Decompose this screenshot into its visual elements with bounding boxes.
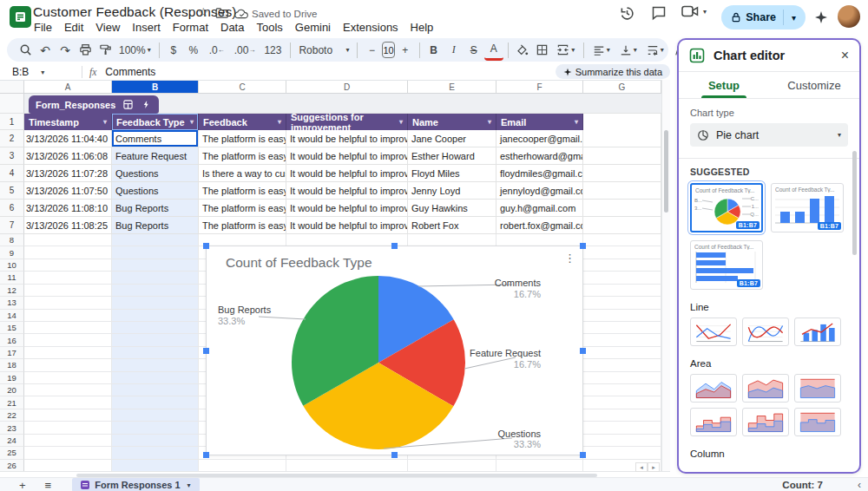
row-header-11[interactable]: 11 <box>0 272 24 284</box>
sheet-tab-caret-icon[interactable]: ▾ <box>187 481 191 489</box>
text-color-button[interactable]: A <box>484 39 503 61</box>
cell-A21[interactable] <box>24 396 112 409</box>
cell-B13[interactable] <box>112 297 199 309</box>
add-sheet-icon[interactable]: + <box>19 479 26 491</box>
menu-tools[interactable]: Tools <box>250 19 288 36</box>
percent-stacked-area-chart-thumb[interactable] <box>794 374 841 403</box>
row-header-3[interactable]: 3 <box>0 147 24 165</box>
chart-resize-handle[interactable] <box>580 452 586 458</box>
horizontal-align-icon[interactable]: ▾ <box>589 41 615 60</box>
row-header-2[interactable]: 2 <box>0 130 24 147</box>
cell-D4[interactable]: It would be helpful to improve page <box>286 165 408 182</box>
table-header-feedback-type[interactable]: Feedback Type▾ <box>112 114 199 130</box>
row-header-26[interactable]: 26 <box>0 460 24 472</box>
cell-B15[interactable] <box>112 322 199 334</box>
header-dropdown-icon[interactable]: ▾ <box>278 118 281 126</box>
tab-setup[interactable]: Setup <box>679 72 769 98</box>
header-dropdown-icon[interactable]: ▾ <box>488 118 491 126</box>
cell-B26[interactable] <box>112 460 199 472</box>
bold-button[interactable]: B <box>424 41 444 60</box>
cell-G19[interactable] <box>583 372 661 384</box>
table-header-email[interactable]: Email▾ <box>496 114 583 130</box>
cell-C4[interactable]: Is there a way to custom <box>199 165 286 182</box>
row-header-25[interactable]: 25 <box>0 447 24 459</box>
percent-stacked-stepped-area-chart-thumb[interactable] <box>794 408 841 436</box>
menu-view[interactable]: View <box>89 19 126 36</box>
header-dropdown-icon[interactable]: ▾ <box>190 118 194 126</box>
cell-F4[interactable]: floydmiles@gmail.com <box>496 165 583 182</box>
menu-format[interactable]: Format <box>167 19 214 36</box>
cell-B19[interactable] <box>112 372 199 384</box>
cell-B20[interactable] <box>112 384 199 396</box>
table-tools-chip[interactable] <box>115 95 159 114</box>
suggested-bar-thumb[interactable]: Count of Feedback Ty... B1:B7 <box>690 240 763 290</box>
cell-B24[interactable] <box>112 435 199 447</box>
chart-resize-handle[interactable] <box>391 452 398 458</box>
borders-icon[interactable] <box>533 41 552 60</box>
cell-A9[interactable] <box>24 246 112 259</box>
font-select[interactable]: Roboto▾ <box>295 41 352 60</box>
cell-F3[interactable]: estherhoward@gmail.com <box>496 147 583 165</box>
cell-B14[interactable] <box>112 310 199 322</box>
number-format-button[interactable]: 123 <box>260 41 286 60</box>
name-box[interactable]: B:B▾ <box>0 66 75 78</box>
format-percent-button[interactable]: % <box>184 41 203 60</box>
cell-B11[interactable] <box>112 272 199 284</box>
select-all-corner[interactable] <box>0 81 24 94</box>
row-header-21[interactable]: 21 <box>0 396 24 409</box>
stepped-area-chart-thumb[interactable] <box>690 408 737 436</box>
cell-G22[interactable] <box>583 409 661 422</box>
column-header-C[interactable]: C <box>199 81 286 94</box>
row-header-9[interactable]: 9 <box>0 246 24 259</box>
cell-A16[interactable] <box>24 334 112 346</box>
cloud-saved-icon[interactable] <box>234 9 249 19</box>
cell-D3[interactable]: It would be helpful to improve page <box>286 147 408 165</box>
decrease-font-size-button[interactable]: − <box>362 41 381 60</box>
cell-A4[interactable]: 3/13/2026 11:07:28 <box>24 165 112 182</box>
cell-E5[interactable]: Jenny Loyd <box>408 182 496 200</box>
paint-format-icon[interactable] <box>95 41 115 60</box>
cell-G1[interactable] <box>583 114 661 130</box>
cell-C7[interactable]: The platform is easy to u <box>199 217 286 234</box>
row-header-8[interactable]: 8 <box>0 234 24 246</box>
row-header-12[interactable]: 12 <box>0 285 24 297</box>
cell-A20[interactable] <box>24 384 112 396</box>
cell-G2[interactable] <box>583 130 661 147</box>
cell-G5[interactable] <box>583 182 661 200</box>
cell-G15[interactable] <box>583 322 661 334</box>
cell-A11[interactable] <box>24 272 112 284</box>
cell-D2[interactable]: It would be helpful to improve page <box>286 130 408 147</box>
cell-G9[interactable] <box>583 246 661 259</box>
cell-B18[interactable] <box>112 359 199 371</box>
cell-F7[interactable]: robert.fox@gmail.com <box>496 217 583 234</box>
cell-G13[interactable] <box>583 297 661 309</box>
smooth-line-chart-thumb[interactable] <box>742 318 789 346</box>
cell-B10[interactable] <box>112 259 199 272</box>
cell-A6[interactable]: 3/13/2026 11:08:10 <box>24 200 112 217</box>
combo-chart-thumb[interactable] <box>794 318 841 346</box>
comment-icon[interactable] <box>651 5 667 21</box>
cell-A2[interactable]: 3/13/2026 11:04:40 <box>24 130 112 147</box>
row-header-17[interactable]: 17 <box>0 347 24 359</box>
column-header-D[interactable]: D <box>286 81 408 94</box>
header-dropdown-icon[interactable]: ▾ <box>399 118 403 126</box>
row-header-23[interactable]: 23 <box>0 422 24 434</box>
share-button[interactable]: Share ▾ <box>721 5 806 29</box>
column-header-E[interactable]: E <box>408 81 496 94</box>
cell-G4[interactable] <box>583 165 661 182</box>
lightning-icon[interactable] <box>141 100 151 109</box>
avatar[interactable] <box>838 5 860 28</box>
cell-E3[interactable]: Esther Howard <box>408 147 496 165</box>
cell-A10[interactable] <box>24 259 112 272</box>
cell-B17[interactable] <box>112 347 199 359</box>
meet-caret-icon[interactable]: ▾ <box>703 8 707 16</box>
decrease-decimals-button[interactable]: .0← <box>204 41 230 60</box>
cell-B4[interactable]: Questions <box>112 165 199 182</box>
cell-G12[interactable] <box>583 285 661 297</box>
cell-G14[interactable] <box>583 310 661 322</box>
row-header-22[interactable]: 22 <box>0 409 24 422</box>
header-dropdown-icon[interactable]: ▾ <box>103 118 107 126</box>
cell-A14[interactable] <box>24 310 112 322</box>
cell-E4[interactable]: Floyd Miles <box>408 165 496 182</box>
sheet-tab[interactable]: Form Responses 1 ▾ <box>72 478 199 491</box>
